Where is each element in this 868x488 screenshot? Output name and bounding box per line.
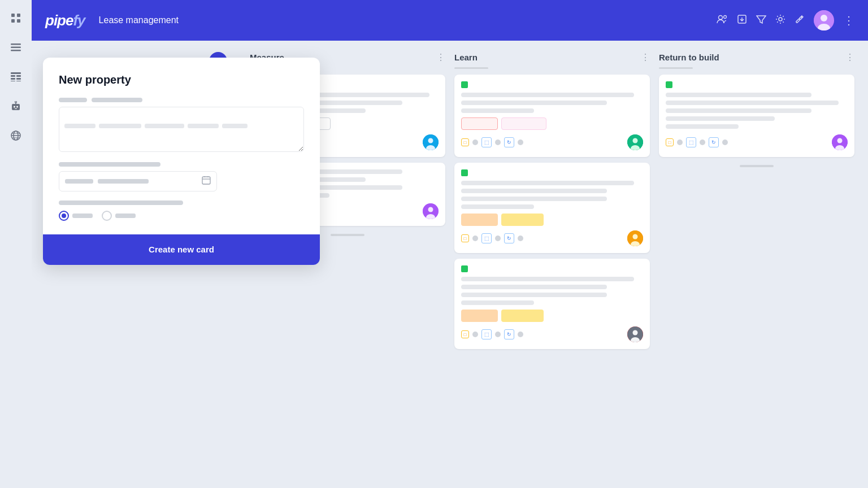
form-textarea[interactable]: [59, 107, 304, 152]
card-line: [666, 93, 811, 97]
users-icon[interactable]: [717, 14, 728, 27]
svg-rect-17: [15, 108, 17, 109]
card-learn-3[interactable]: □ ⬚ ↻: [454, 259, 650, 349]
svg-point-51: [837, 138, 843, 143]
svg-point-42: [633, 138, 638, 143]
sidebar-icon-globe[interactable]: [7, 127, 25, 145]
board-area: Build + ⋮ □: [32, 41, 868, 488]
card-line: [461, 181, 634, 185]
svg-point-25: [719, 15, 723, 19]
form-label-dot: [59, 162, 160, 167]
column-header-return: Return to build ⋮: [659, 52, 854, 63]
create-new-card-button[interactable]: Create new card: [43, 234, 320, 265]
card-icon-blue1: ⬚: [481, 329, 492, 339]
svg-point-28: [779, 18, 782, 21]
card-icons: □ ⬚ ↻: [461, 329, 523, 339]
form-radio-label: [59, 201, 304, 205]
card-dot: [472, 332, 478, 337]
card-line: [461, 293, 607, 297]
svg-point-30: [821, 15, 827, 21]
card-line: [666, 116, 775, 121]
card-icon-blue2: ↻: [504, 329, 514, 339]
card-icon-blue1: ⬚: [686, 137, 696, 147]
main-content: pipefy Lease management: [32, 0, 868, 488]
user-avatar-image: [814, 10, 834, 30]
create-new-card-label: Create new card: [149, 245, 214, 254]
settings-icon[interactable]: [775, 14, 785, 27]
svg-rect-53: [202, 177, 210, 184]
column-menu-return[interactable]: ⋮: [845, 52, 854, 63]
card-icons: □ ⬚ ↻: [666, 137, 728, 147]
radio-group-2: [102, 211, 136, 221]
card-dot: [700, 140, 705, 145]
svg-point-15: [14, 106, 15, 108]
card-badge-row: [461, 213, 643, 226]
card-avatar: [627, 134, 643, 150]
column-underline-return: [659, 67, 693, 69]
tag-green: [461, 265, 468, 272]
badge-solid-orange: [461, 213, 498, 226]
badge-solid-orange: [461, 310, 498, 322]
card-dot: [495, 332, 501, 337]
sidebar: [0, 0, 32, 488]
card-return-1[interactable]: □ ⬚ ↻: [659, 75, 854, 157]
date-ph-1: [65, 179, 93, 184]
card-icons: □ ⬚ ↻: [461, 137, 523, 147]
card-icons: □ ⬚ ↻: [461, 233, 523, 243]
svg-point-39: [428, 207, 433, 212]
calendar-icon: [202, 176, 211, 187]
column-header-learn: Learn ⋮: [454, 52, 650, 63]
tag-green: [461, 169, 468, 176]
sidebar-icon-grid[interactable]: [7, 9, 25, 27]
sidebar-icon-bot[interactable]: [7, 97, 25, 115]
svg-rect-0: [11, 14, 15, 17]
svg-point-36: [428, 138, 433, 143]
card-line: [461, 285, 607, 289]
form-label-dot: [92, 98, 142, 102]
column-menu-learn[interactable]: ⋮: [641, 52, 650, 63]
sidebar-icon-list[interactable]: [7, 38, 25, 56]
card-tag-row: [461, 81, 643, 88]
radio-button-1[interactable]: [59, 211, 69, 221]
column-underline-learn: [454, 67, 488, 69]
card-icon-blue1: ⬚: [481, 137, 492, 147]
tag-green: [666, 81, 672, 88]
card-tag-row: [461, 169, 643, 176]
card-dot: [518, 140, 523, 145]
sidebar-icon-table[interactable]: [7, 68, 25, 86]
column-menu-measure[interactable]: ⋮: [436, 52, 445, 63]
card-learn-1[interactable]: □ ⬚ ↻: [454, 75, 650, 157]
card-line: [461, 300, 534, 305]
form-label-1: [59, 98, 304, 102]
card-line: [461, 101, 607, 105]
svg-rect-3: [17, 19, 20, 23]
card-learn-2[interactable]: □ ⬚ ↻: [454, 163, 650, 253]
card-line: [461, 108, 534, 113]
user-avatar[interactable]: [814, 10, 834, 30]
radio-button-2[interactable]: [102, 211, 112, 221]
header-actions: ⋮: [717, 10, 854, 30]
logo: pipefy: [45, 12, 85, 29]
card-tag-row: [666, 81, 848, 88]
filter-icon[interactable]: [756, 15, 766, 27]
column-learn: Learn ⋮: [454, 52, 650, 477]
more-icon[interactable]: ⋮: [843, 14, 854, 27]
import-icon[interactable]: [737, 14, 747, 27]
card-dot: [472, 236, 478, 241]
date-input[interactable]: [59, 171, 217, 191]
card-dot: [495, 236, 501, 241]
card-line: [461, 93, 634, 97]
svg-rect-5: [11, 47, 21, 49]
column-return: Return to build ⋮ □: [659, 52, 854, 477]
wrench-icon[interactable]: [795, 14, 805, 27]
badge-outline-red: [461, 117, 498, 130]
column-title-return: Return to build: [659, 53, 841, 62]
card-badge-row: [461, 310, 643, 322]
card-icon-blue2: ↻: [504, 233, 514, 243]
radio-label-bar-2: [115, 213, 136, 218]
card-line: [461, 277, 634, 281]
modal-body: New property: [43, 58, 320, 234]
radio-group-1: [59, 211, 93, 221]
modal-title: New property: [59, 73, 304, 86]
scroll-indicator: [331, 234, 364, 236]
